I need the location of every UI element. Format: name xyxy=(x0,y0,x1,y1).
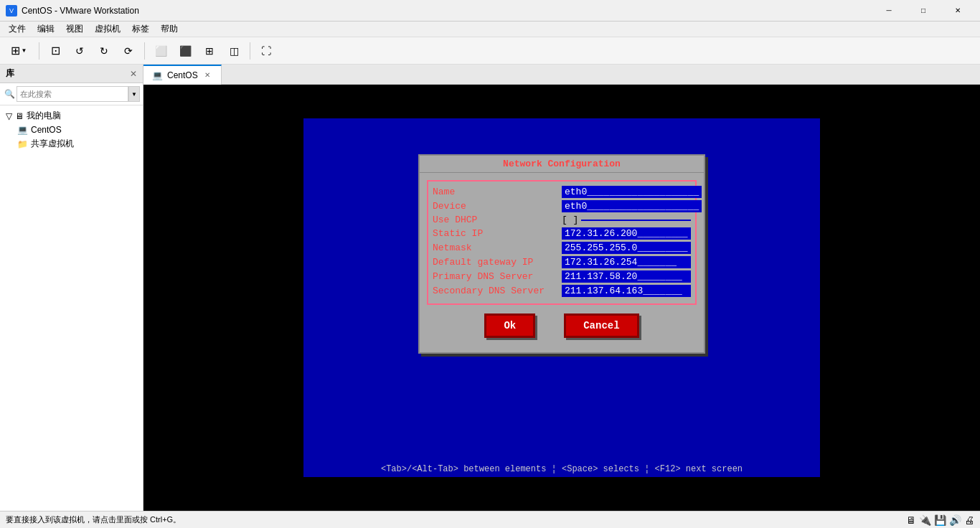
expand-icon: ▽ xyxy=(6,111,12,121)
field-label-static-ip: Static IP xyxy=(433,228,562,239)
sidebar-item-shared-vm[interactable]: 📁 共享虚拟机 xyxy=(14,136,140,151)
shared-vm-label: 共享虚拟机 xyxy=(31,138,74,150)
dialog-fields: Name eth0____________________ Device eth… xyxy=(427,180,697,305)
toolbar-refresh-btn[interactable]: ↺ xyxy=(68,41,91,61)
centos-label: CentOS xyxy=(31,125,62,135)
search-container: 🔍 ▼ xyxy=(0,83,143,105)
sidebar-header: 库 ✕ xyxy=(0,65,143,83)
field-row-device: Device eth0____________________ xyxy=(433,200,691,212)
field-value-device[interactable]: eth0____________________ xyxy=(562,200,702,212)
field-label-gateway: Default gateway IP xyxy=(433,257,562,268)
field-row-secondary-dns: Secondary DNS Server 211.137.64.163_____… xyxy=(433,285,691,297)
cancel-button[interactable]: Cancel xyxy=(564,314,639,338)
search-input[interactable] xyxy=(17,86,128,102)
toolbar-power-btn[interactable]: ⊡ xyxy=(44,41,67,61)
minimize-button[interactable]: ─ xyxy=(872,0,905,22)
title-bar: V CentOS - VMware Workstation ─ □ ✕ xyxy=(0,0,980,22)
vm-screen[interactable]: Network Configuration Name eth0_________… xyxy=(143,85,980,511)
maximize-button[interactable]: □ xyxy=(907,0,940,22)
toolbar-view3-btn[interactable]: ⊞ xyxy=(198,41,221,61)
dialog-title: Network Configuration xyxy=(420,156,704,173)
search-icon: 🔍 xyxy=(3,89,17,99)
status-icon-monitor: 🖥 xyxy=(906,514,916,526)
field-value-netmask[interactable]: 255.255.255.0_________ xyxy=(562,242,691,254)
tree-root[interactable]: ▽ 🖥 我的电脑 xyxy=(3,108,140,123)
tab-area: 💻 CentOS ✕ Network Configuration Name xyxy=(143,65,980,511)
menu-item-虚拟机[interactable]: 虚拟机 xyxy=(89,22,126,37)
field-value-static-ip[interactable]: 172.31.26.200_________ xyxy=(562,227,691,240)
status-icon-usb: 🖨 xyxy=(964,514,974,526)
field-value-primary-dns[interactable]: 211.137.58.20________ xyxy=(562,270,691,283)
toolbar-vm-dropdown[interactable]: ⊞ ▼ xyxy=(3,41,34,61)
field-label-name: Name xyxy=(433,187,562,197)
field-row-primary-dns: Primary DNS Server 211.137.58.20________ xyxy=(433,270,691,283)
status-right: 🖥 🔌 💾 🔊 🖨 xyxy=(906,514,974,526)
toolbar-view2-btn[interactable]: ⬛ xyxy=(174,41,197,61)
network-config-dialog: Network Configuration Name eth0_________… xyxy=(418,154,705,354)
tab-close-button[interactable]: ✕ xyxy=(202,70,212,80)
tree-container: ▽ 🖥 我的电脑 💻 CentOS 📁 共享虚拟机 xyxy=(0,105,143,511)
toolbar-sep-1 xyxy=(39,42,39,60)
menu-bar: 文件编辑视图虚拟机标签帮助 xyxy=(0,22,980,37)
dialog-content: Name eth0____________________ Device eth… xyxy=(420,173,704,352)
tabs-row: 💻 CentOS ✕ xyxy=(143,65,980,85)
toolbar-sep-2 xyxy=(144,42,145,60)
menu-item-标签[interactable]: 标签 xyxy=(126,22,155,37)
menu-item-文件[interactable]: 文件 xyxy=(3,22,32,37)
tab-vm-icon: 💻 xyxy=(152,70,163,80)
field-row-netmask: Netmask 255.255.255.0_________ xyxy=(433,242,691,254)
field-value-name[interactable]: eth0____________________ xyxy=(562,186,702,198)
close-button[interactable]: ✕ xyxy=(941,0,974,22)
tree-sub: 💻 CentOS 📁 共享虚拟机 xyxy=(14,123,140,151)
field-value-dhcp-extra xyxy=(581,220,691,221)
title-left: V CentOS - VMware Workstation xyxy=(6,5,139,16)
sidebar-item-centos[interactable]: 💻 CentOS xyxy=(14,123,140,136)
field-row-static-ip: Static IP 172.31.26.200_________ xyxy=(433,227,691,240)
vm-status-text: <Tab>/<Alt-Tab> between elements ¦ <Spac… xyxy=(381,464,743,474)
toolbar-pause-btn[interactable]: ⟳ xyxy=(117,41,140,61)
app-icon: V xyxy=(6,5,17,16)
vm-display: Network Configuration Name eth0_________… xyxy=(303,118,820,477)
toolbar-stop-btn[interactable]: ↻ xyxy=(93,41,116,61)
sidebar-title: 库 xyxy=(6,67,14,80)
toolbar-window-btn[interactable]: ⬜ xyxy=(149,41,172,61)
field-label-primary-dns: Primary DNS Server xyxy=(433,271,562,282)
status-icon-storage: 💾 xyxy=(934,514,946,526)
menu-item-编辑[interactable]: 编辑 xyxy=(32,22,60,37)
field-label-dhcp: Use DHCP xyxy=(433,214,562,225)
field-value-gateway[interactable]: 172.31.26.254_______ xyxy=(562,256,691,268)
toolbar: ⊞ ▼ ⊡ ↺ ↻ ⟳ ⬜ ⬛ ⊞ ◫ ⛶ xyxy=(0,37,980,65)
ok-button[interactable]: Ok xyxy=(484,314,535,338)
sidebar-close-button[interactable]: ✕ xyxy=(130,69,137,79)
tab-centos[interactable]: 💻 CentOS ✕ xyxy=(143,65,222,85)
title-controls: ─ □ ✕ xyxy=(872,0,974,22)
main-content: 库 ✕ 🔍 ▼ ▽ 🖥 我的电脑 💻 CentOS 📁 共享虚拟机 xyxy=(0,65,980,511)
search-dropdown-button[interactable]: ▼ xyxy=(128,86,140,102)
tab-label: CentOS xyxy=(167,70,198,80)
computer-icon: 🖥 xyxy=(15,111,24,121)
field-label-netmask: Netmask xyxy=(433,242,562,253)
status-left-text: 要直接接入到该虚拟机，请点击里面或按 Ctrl+G。 xyxy=(6,514,181,525)
sidebar: 库 ✕ 🔍 ▼ ▽ 🖥 我的电脑 💻 CentOS 📁 共享虚拟机 xyxy=(0,65,143,511)
vm-icon: 💻 xyxy=(17,125,28,135)
folder-icon: 📁 xyxy=(17,139,28,149)
field-value-secondary-dns[interactable]: 211.137.64.163_______ xyxy=(562,285,691,297)
field-label-device: Device xyxy=(433,201,562,212)
menu-item-帮助[interactable]: 帮助 xyxy=(155,22,184,37)
toolbar-fullscreen-btn[interactable]: ⛶ xyxy=(255,41,278,61)
vm-status-bar: <Tab>/<Alt-Tab> between elements ¦ <Spac… xyxy=(303,461,820,477)
field-row-name: Name eth0____________________ xyxy=(433,186,691,198)
title-text: CentOS - VMware Workstation xyxy=(22,6,139,16)
dialog-buttons: Ok Cancel xyxy=(427,314,697,345)
field-row-dhcp: Use DHCP [ ] xyxy=(433,214,691,225)
field-label-secondary-dns: Secondary DNS Server xyxy=(433,286,562,296)
toolbar-sep-3 xyxy=(250,42,250,60)
field-value-dhcp[interactable]: [ ] xyxy=(562,214,578,225)
status-bar: 要直接接入到该虚拟机，请点击里面或按 Ctrl+G。 🖥 🔌 💾 🔊 🖨 xyxy=(0,511,980,528)
menu-item-视图[interactable]: 视图 xyxy=(60,22,89,37)
status-icon-audio: 🔊 xyxy=(949,514,961,526)
toolbar-view4-btn[interactable]: ◫ xyxy=(222,41,245,61)
status-icon-network: 🔌 xyxy=(919,514,931,526)
field-row-gateway: Default gateway IP 172.31.26.254_______ xyxy=(433,256,691,268)
tree-root-label: 我的电脑 xyxy=(27,110,61,122)
